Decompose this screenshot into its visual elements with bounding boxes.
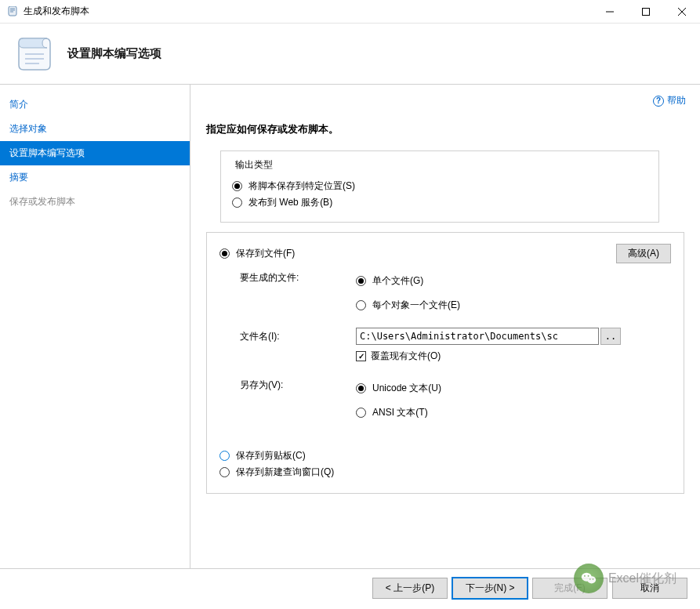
filename-input[interactable] bbox=[356, 328, 599, 345]
help-icon: ? bbox=[653, 96, 664, 107]
window-controls bbox=[592, 0, 700, 24]
help-link[interactable]: ? 帮助 bbox=[653, 94, 686, 107]
wizard-header: 设置脚本编写选项 bbox=[0, 24, 700, 85]
radio-save-location[interactable]: 将脚本保存到特定位置(S) bbox=[232, 179, 647, 193]
advanced-button[interactable]: 高级(A) bbox=[616, 244, 671, 263]
wizard-body: 简介 选择对象 设置脚本编写选项 摘要 保存或发布脚本 ? 帮助 指定应如何保存… bbox=[0, 85, 700, 569]
radio-icon bbox=[356, 408, 366, 418]
window-title: 生成和发布脚本 bbox=[24, 5, 89, 18]
radio-ansi-text[interactable]: ANSI 文本(T) bbox=[356, 406, 441, 419]
content-area: ? 帮助 指定应如何保存或发布脚本。 输出类型 将脚本保存到特定位置(S) 发布… bbox=[190, 85, 700, 568]
radio-per-object-file[interactable]: 每个对象一个文件(E) bbox=[356, 299, 460, 312]
radio-label: 单个文件(G) bbox=[372, 274, 423, 288]
script-icon bbox=[13, 32, 56, 76]
radio-save-clipboard[interactable]: 保存到剪贴板(C) bbox=[219, 449, 671, 462]
svg-rect-1 bbox=[643, 8, 650, 15]
cancel-button[interactable]: 取消 bbox=[612, 578, 687, 599]
sidebar-item-save-publish: 保存或发布脚本 bbox=[0, 190, 190, 214]
radio-icon bbox=[232, 198, 242, 208]
radio-publish-web[interactable]: 发布到 Web 服务(B) bbox=[232, 196, 647, 209]
instruction-text: 指定应如何保存或发布脚本。 bbox=[206, 122, 684, 136]
radio-single-file[interactable]: 单个文件(G) bbox=[356, 274, 460, 288]
radio-save-query-window[interactable]: 保存到新建查询窗口(Q) bbox=[219, 466, 671, 479]
titlebar: 生成和发布脚本 bbox=[0, 0, 700, 24]
sidebar-item-summary[interactable]: 摘要 bbox=[0, 165, 190, 190]
sidebar-item-select-objects[interactable]: 选择对象 bbox=[0, 117, 190, 141]
radio-label: 保存到文件(F) bbox=[236, 247, 295, 260]
files-to-generate-label: 要生成的文件: bbox=[240, 271, 356, 285]
radio-icon bbox=[219, 451, 230, 461]
maximize-button[interactable] bbox=[628, 0, 664, 24]
sidebar-item-script-options[interactable]: 设置脚本编写选项 bbox=[0, 141, 190, 165]
overwrite-label: 覆盖现有文件(O) bbox=[371, 350, 441, 363]
output-type-legend: 输出类型 bbox=[232, 158, 276, 172]
radio-unicode-text[interactable]: Unicode 文本(U) bbox=[356, 382, 441, 395]
radio-label: 每个对象一个文件(E) bbox=[372, 299, 460, 312]
sidebar-item-intro[interactable]: 简介 bbox=[0, 92, 190, 117]
radio-label: Unicode 文本(U) bbox=[372, 382, 441, 395]
radio-icon bbox=[356, 300, 366, 310]
filename-label: 文件名(I): bbox=[240, 330, 356, 343]
finish-button: 完成(F) bbox=[532, 578, 608, 599]
radio-label: 保存到剪贴板(C) bbox=[236, 449, 306, 462]
radio-icon bbox=[219, 248, 230, 259]
radio-label: 发布到 Web 服务(B) bbox=[248, 196, 332, 209]
radio-icon bbox=[219, 467, 230, 477]
minimize-button[interactable] bbox=[592, 0, 628, 24]
radio-label: 保存到新建查询窗口(Q) bbox=[236, 466, 334, 479]
radio-icon bbox=[356, 276, 366, 286]
prev-button[interactable]: < 上一步(P) bbox=[372, 578, 448, 599]
page-heading: 设置脚本编写选项 bbox=[67, 46, 161, 61]
sidebar: 简介 选择对象 设置脚本编写选项 摘要 保存或发布脚本 bbox=[0, 85, 190, 568]
radio-label: ANSI 文本(T) bbox=[372, 406, 428, 419]
radio-icon bbox=[232, 181, 242, 191]
save-options-panel: 保存到文件(F) 高级(A) 要生成的文件: 单个文件(G) 每个对象一个文件(… bbox=[206, 232, 684, 494]
radio-save-to-file[interactable]: 保存到文件(F) bbox=[219, 247, 295, 260]
radio-label: 将脚本保存到特定位置(S) bbox=[248, 179, 355, 193]
next-button[interactable]: 下一步(N) > bbox=[452, 578, 528, 599]
app-icon bbox=[6, 5, 19, 18]
output-type-group: 输出类型 将脚本保存到特定位置(S) 发布到 Web 服务(B) bbox=[220, 150, 659, 223]
wizard-footer: < 上一步(P) 下一步(N) > 完成(F) 取消 bbox=[0, 569, 700, 607]
help-label: 帮助 bbox=[667, 94, 686, 107]
radio-icon bbox=[356, 383, 366, 393]
overwrite-checkbox[interactable] bbox=[356, 351, 366, 361]
save-as-label: 另存为(V): bbox=[240, 379, 356, 392]
browse-button[interactable]: .. bbox=[600, 328, 621, 345]
close-button[interactable] bbox=[664, 0, 700, 24]
